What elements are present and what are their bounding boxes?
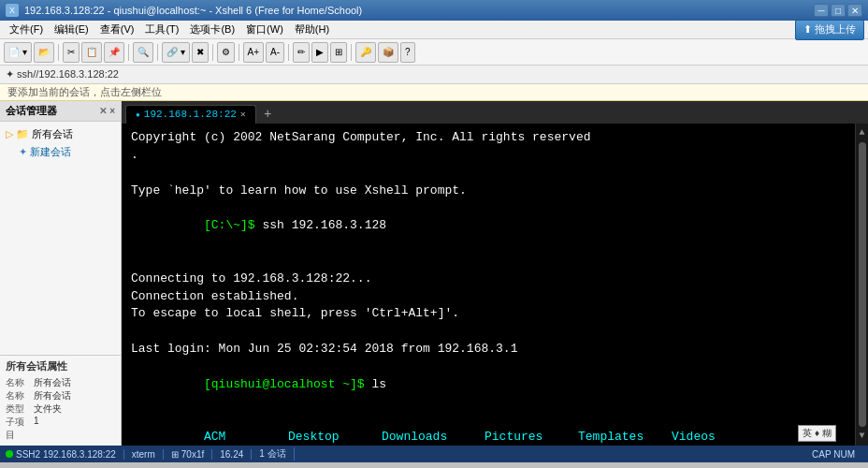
ls-templates: Templates [578, 429, 672, 446]
toolbar-new[interactable]: 📄 ▾ [4, 42, 32, 63]
status-zoom: 16.24 [220, 449, 252, 460]
term-blank-1 [131, 253, 846, 271]
cmd2-text: ls [371, 377, 386, 391]
maximize-button[interactable]: □ [831, 4, 846, 17]
status-term-text: xterm [132, 449, 155, 460]
tab-close-icon[interactable]: ✕ [240, 109, 246, 122]
props-val-1: 所有会话 [34, 389, 71, 402]
toolbar-script[interactable]: ▶ [311, 42, 328, 63]
term-line-escape: To escape to local shell, press 'Ctrl+Al… [131, 305, 846, 323]
term-line-prompt2: [qiushui@localhost ~]$ ls [131, 358, 846, 412]
props-key-1: 名称 [6, 389, 32, 402]
scroll-down-arrow[interactable]: ▼ [859, 429, 864, 444]
address-text: ✦ ssh//192.168.3.128:22 [6, 68, 119, 80]
scroll-up-arrow[interactable]: ▲ [859, 125, 864, 140]
menu-bar: 文件(F) 编辑(E) 查看(V) 工具(T) 选项卡(B) 窗口(W) 帮助(… [0, 21, 868, 39]
scroll-thumb[interactable] [859, 142, 866, 427]
tab-bar: ● 192.168.1.28:22 ✕ + [122, 101, 868, 124]
toolbar-open[interactable]: 📂 [34, 42, 54, 63]
toolbar-sep1 [58, 44, 59, 61]
terminal-content[interactable]: Copyright (c) 2002 NetSarang Computer, I… [122, 124, 855, 446]
sidebar-section: ▷ 📁 所有会话 ✦ 新建会话 [0, 122, 121, 163]
title-bar-controls[interactable]: ─ □ ✕ [814, 4, 862, 17]
cmd1-text: ssh 192.168.3.128 [262, 218, 386, 232]
menu-file[interactable]: 文件(F) [4, 21, 49, 38]
sidebar-group-all[interactable]: ▷ 📁 所有会话 [4, 125, 117, 143]
toolbar-sep6 [288, 44, 289, 61]
sidebar-close-button[interactable]: ✕ × [99, 106, 115, 116]
menu-edit[interactable]: 编辑(E) [49, 21, 94, 38]
props-title: 所有会话属性 [6, 359, 115, 373]
props-row-0: 名称 所有会话 [6, 376, 115, 389]
sidebar: 会话管理器 ✕ × ▷ 📁 所有会话 ✦ 新建会话 所有会话属性 名称 所有会话 [0, 101, 122, 446]
ls-downloads: Downloads [382, 429, 485, 446]
props-key-3: 子项目 [6, 416, 32, 442]
toolbar-compose[interactable]: ✏ [293, 42, 310, 63]
toolbar-copy[interactable]: 📋 [81, 42, 102, 63]
props-row-2: 类型 文件夹 [6, 402, 115, 416]
toolbar-disconnect[interactable]: ✖ [192, 42, 209, 63]
status-zoom-text: 16.24 [220, 449, 243, 460]
status-host: SSH2 192.168.3.128:22 [6, 449, 124, 460]
terminal[interactable]: ● 192.168.1.28:22 ✕ + Copyright (c) 2002… [122, 101, 868, 446]
menu-window[interactable]: 窗口(W) [240, 21, 289, 38]
toolbar-font-smaller[interactable]: A- [266, 42, 284, 63]
prompt1-text: [C:\~]$ [204, 218, 262, 232]
toolbar-find[interactable]: 🔍 [133, 42, 153, 63]
ls-acm: ACM [204, 429, 288, 446]
status-term: xterm [132, 449, 164, 460]
ls-desktop: Desktop [288, 429, 382, 446]
term-line-established: Connection established. [131, 288, 846, 306]
ls-videos: Videos [672, 430, 716, 444]
term-line-1: . [131, 147, 846, 165]
toolbar-layout[interactable]: ⊞ [330, 42, 347, 63]
menu-view[interactable]: 查看(V) [94, 21, 140, 38]
props-row-3: 子项目 1 [6, 416, 115, 442]
toolbar-connect[interactable]: 🔗 ▾ [162, 42, 190, 63]
props-val-2: 文件夹 [34, 402, 62, 416]
connection-indicator [6, 450, 13, 458]
props-val-3: 1 [34, 416, 39, 442]
sidebar-title: 会话管理器 [6, 104, 57, 118]
prompt2-text: [qiushui@localhost ~]$ [204, 377, 371, 391]
title-bar: X 192.168.3.128:22 - qiushui@localhost:~… [0, 0, 868, 21]
toolbar-paste[interactable]: 📌 [104, 42, 124, 63]
toolbar-font-larger[interactable]: A+ [243, 42, 265, 63]
term-line-ls1: ACMDesktopDownloadsPicturesTemplatesVide… [131, 412, 846, 446]
title-bar-left: X 192.168.3.128:22 - qiushui@localhost:~… [6, 4, 362, 17]
tab-indicator: ● [136, 110, 140, 120]
status-caps: CAP NUM [812, 449, 862, 460]
connect-button[interactable]: ⬆ 拖拽上传 [795, 20, 864, 40]
main-content: 会话管理器 ✕ × ▷ 📁 所有会话 ✦ 新建会话 所有会话属性 名称 所有会话 [0, 101, 868, 446]
sidebar-group-label: 所有会话 [32, 127, 73, 141]
toolbar-cut[interactable]: ✂ [63, 42, 80, 63]
toolbar-sep2 [128, 44, 129, 61]
toolbar-key[interactable]: 🔑 [355, 42, 376, 63]
toolbar-sep5 [239, 44, 239, 61]
tab-label: 192.168.1.28:22 [144, 108, 237, 122]
status-sessions: 1 会话 [259, 447, 294, 461]
toolbar-sftp[interactable]: 📦 [378, 42, 398, 63]
menu-tools[interactable]: 工具(T) [139, 21, 184, 38]
sidebar-item-new-session[interactable]: ✦ 新建会话 [4, 143, 117, 161]
term-line-lastlogin: Last login: Mon Jun 25 02:32:54 2018 fro… [131, 341, 846, 358]
term-blank-2 [131, 323, 846, 341]
terminal-scrollbar[interactable]: ▲ ▼ [855, 124, 868, 446]
toolbar-sep3 [157, 44, 158, 61]
minimize-button[interactable]: ─ [814, 4, 829, 17]
menu-help[interactable]: 帮助(H) [289, 21, 335, 38]
menu-tabs[interactable]: 选项卡(B) [184, 21, 240, 38]
term-line-prompt1: [C:\~]$ ssh 192.168.3.128 [131, 199, 846, 253]
notification-bar: 要添加当前的会话，点击左侧栏位 [0, 84, 868, 101]
props-row-1: 名称 所有会话 [6, 389, 115, 402]
toolbar-help[interactable]: ? [400, 42, 415, 63]
app-icon: X [6, 4, 19, 17]
close-button[interactable]: ✕ [847, 4, 862, 17]
terminal-tab[interactable]: ● 192.168.1.28:22 ✕ [125, 105, 256, 124]
status-size-icon: ⊞ [171, 449, 179, 460]
term-area: Copyright (c) 2002 NetSarang Computer, I… [122, 124, 868, 446]
status-size-text: 70x1f [181, 449, 204, 460]
toolbar: 📄 ▾ 📂 ✂ 📋 📌 🔍 🔗 ▾ ✖ ⚙ A+ A- ✏ ▶ ⊞ 🔑 📦 ? [0, 39, 868, 66]
toolbar-settings[interactable]: ⚙ [217, 42, 235, 63]
tab-add-button[interactable]: + [256, 105, 279, 124]
